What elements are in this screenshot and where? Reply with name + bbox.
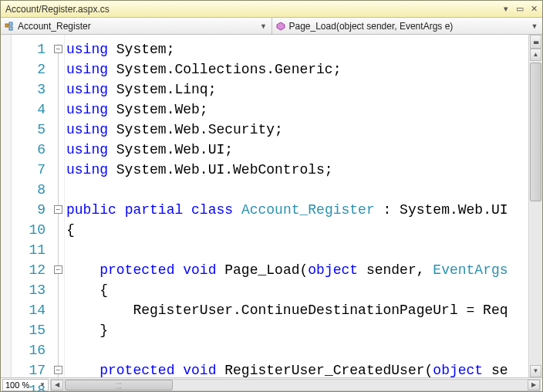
code-line[interactable] [65, 180, 528, 200]
line-number: 18 [12, 380, 46, 392]
scroll-right-button[interactable]: ▶ [528, 380, 540, 390]
code-line[interactable]: } [65, 320, 528, 340]
scroll-down-button[interactable]: ▼ [530, 365, 541, 377]
line-number: 4 [12, 100, 46, 120]
line-number: 1 [12, 39, 46, 59]
code-line[interactable] [65, 240, 528, 260]
chevron-down-icon: ▼ [259, 22, 268, 30]
code-line[interactable]: using System.Web; [65, 100, 528, 120]
method-icon [275, 21, 286, 32]
line-number: 15 [12, 320, 46, 340]
svg-marker-3 [277, 22, 285, 30]
scrollbar-thumb[interactable] [65, 380, 173, 390]
code-line[interactable]: using System.Linq; [65, 79, 528, 100]
line-number: 6 [12, 140, 46, 160]
split-handle[interactable]: ▃ [530, 35, 541, 49]
navigation-bar: Account_Register ▼ Page_Load(object send… [1, 18, 542, 35]
line-number: 10 [12, 220, 46, 240]
scrollbar-thumb[interactable] [530, 63, 541, 201]
line-number: 9 [12, 200, 46, 220]
code-editor[interactable]: 123456789101112131415161718 −−−− using S… [1, 35, 542, 377]
code-line[interactable]: using System.Web.Security; [65, 120, 528, 140]
line-number: 2 [12, 59, 46, 79]
line-number: 5 [12, 120, 46, 140]
code-line[interactable]: using System.Web.UI.WebControls; [65, 160, 528, 180]
indicator-margin [1, 35, 12, 377]
maximize-icon[interactable]: ▭ [514, 4, 525, 15]
chevron-down-icon: ▼ [530, 22, 539, 30]
code-line[interactable]: using System.Collections.Generic; [65, 59, 528, 79]
vertical-scrollbar[interactable]: ▃ ▲ ▼ [528, 35, 542, 377]
fold-toggle[interactable]: − [54, 366, 62, 374]
editor-statusbar: 100 % ▼ ◀ ▶ [1, 377, 542, 391]
scroll-up-button[interactable]: ▲ [530, 49, 541, 61]
fold-toggle[interactable]: − [54, 265, 62, 274]
class-icon [4, 21, 15, 32]
class-selector-dropdown[interactable]: Account_Register ▼ [1, 18, 272, 34]
member-selector-label: Page_Load(object sender, EventArgs e) [289, 21, 531, 32]
code-line[interactable]: RegisterUser.ContinueDestinationPageUrl … [65, 300, 528, 320]
code-line[interactable]: public partial class Account_Register : … [65, 200, 528, 220]
line-number: 14 [12, 300, 46, 320]
code-line[interactable]: using System; [65, 39, 528, 59]
code-line[interactable]: protected void RegisterUser_CreatedUser(… [65, 360, 528, 377]
horizontal-scrollbar[interactable]: ◀ ▶ [50, 379, 541, 391]
code-line[interactable]: { [65, 280, 528, 300]
code-area[interactable]: using System;using System.Collections.Ge… [64, 35, 528, 377]
dropdown-menu-icon[interactable]: ▾ [501, 4, 511, 15]
line-number: 13 [12, 280, 46, 300]
document-tab-header: Account/Register.aspx.cs ▾ ▭ ✕ [1, 1, 542, 18]
svg-rect-2 [9, 27, 12, 30]
line-number: 12 [12, 260, 46, 280]
line-number: 7 [12, 160, 46, 180]
window-buttons: ▾ ▭ ✕ [501, 4, 539, 15]
fold-toggle[interactable]: − [54, 45, 62, 53]
line-number: 3 [12, 79, 46, 100]
member-selector-dropdown[interactable]: Page_Load(object sender, EventArgs e) ▼ [272, 18, 543, 34]
code-line[interactable]: { [65, 220, 528, 240]
class-selector-label: Account_Register [18, 21, 259, 32]
line-number: 8 [12, 180, 46, 200]
scroll-left-button[interactable]: ◀ [51, 380, 63, 390]
code-line[interactable]: protected void Page_Load(object sender, … [65, 260, 528, 280]
svg-rect-1 [9, 22, 12, 25]
svg-rect-0 [5, 24, 8, 27]
line-number: 17 [12, 360, 46, 380]
code-line[interactable] [65, 340, 528, 360]
line-number: 11 [12, 240, 46, 260]
outlining-gutter: −−−− [53, 35, 64, 377]
close-icon[interactable]: ✕ [528, 4, 539, 15]
fold-toggle[interactable]: − [54, 205, 62, 214]
code-line[interactable]: using System.Web.UI; [65, 140, 528, 160]
line-number: 16 [12, 340, 46, 360]
line-number-gutter: 123456789101112131415161718 [12, 35, 53, 377]
document-title: Account/Register.aspx.cs [4, 4, 501, 15]
